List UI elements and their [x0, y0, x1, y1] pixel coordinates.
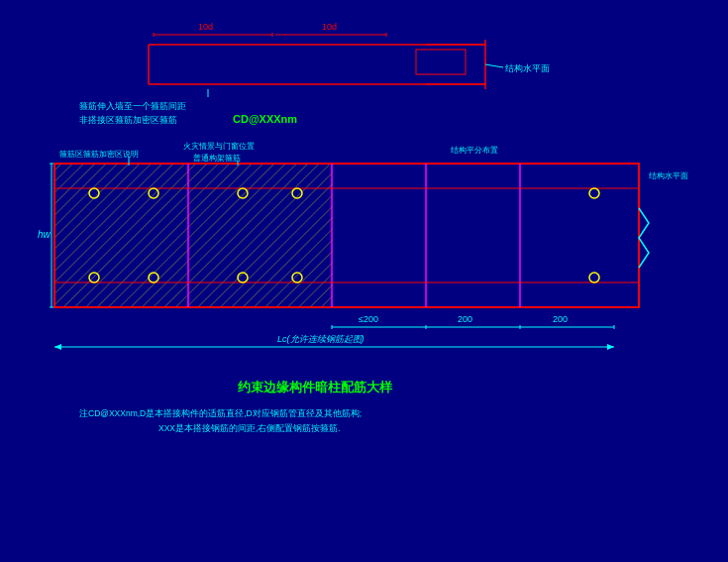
main-canvas: 10d 10d 箍筋伸入墙至一个箍筋间距 非搭接区箍筋加密区箍筋 CD@XXXn… — [0, 0, 728, 562]
note-line1: 注CD@XXXnm,D是本搭接构件的适筋直径,D对应钢筋管直径及其他筋构; — [79, 408, 362, 418]
svg-text:200: 200 — [458, 314, 472, 324]
svg-rect-24 — [55, 165, 333, 306]
svg-text:Lc(允许连续钢筋起图): Lc(允许连续钢筋起图) — [277, 334, 364, 344]
cad-drawing: 10d 10d 箍筋伸入墙至一个箍筋间距 非搭接区箍筋加密区箍筋 CD@XXXn… — [0, 0, 728, 562]
svg-text:10d: 10d — [198, 22, 213, 32]
svg-text:200: 200 — [553, 314, 568, 324]
svg-text:非搭接区箍筋加密区箍筋: 非搭接区箍筋加密区箍筋 — [79, 115, 177, 125]
svg-text:10d: 10d — [322, 22, 337, 32]
svg-text:箍筋伸入墙至一个箍筋间距: 箍筋伸入墙至一个箍筋间距 — [79, 101, 186, 111]
svg-text:普通构架箍筋: 普通构架箍筋 — [193, 154, 241, 163]
svg-text:火灾情景与门窗位置: 火灾情景与门窗位置 — [183, 142, 255, 151]
note-line2: XXX是本搭接钢筋的间距,右侧配置钢筋按箍筋. — [158, 423, 341, 433]
svg-text:结构水平面: 结构水平面 — [505, 63, 550, 73]
svg-text:≤200: ≤200 — [359, 314, 378, 324]
svg-text:结构平分布置: 结构平分布置 — [451, 146, 498, 155]
svg-text:箍筋区箍筋加密区说明: 箍筋区箍筋加密区说明 — [59, 150, 139, 159]
drawing-title: 约束边缘构件暗柱配筋大样 — [237, 380, 393, 394]
svg-text:结构水平面: 结构水平面 — [649, 171, 688, 180]
svg-text:hw: hw — [38, 229, 52, 240]
svg-text:CD@XXXnm: CD@XXXnm — [233, 113, 297, 125]
